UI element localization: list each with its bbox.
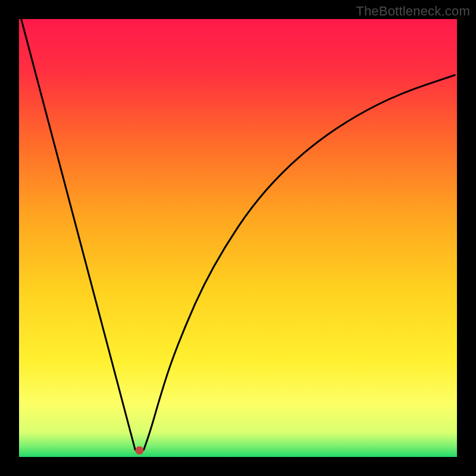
- chart-background: [19, 19, 457, 457]
- chart-svg: [19, 19, 457, 457]
- chart-frame: [19, 19, 457, 457]
- optimal-point-marker: [135, 446, 143, 455]
- watermark-text: TheBottleneck.com: [356, 4, 470, 19]
